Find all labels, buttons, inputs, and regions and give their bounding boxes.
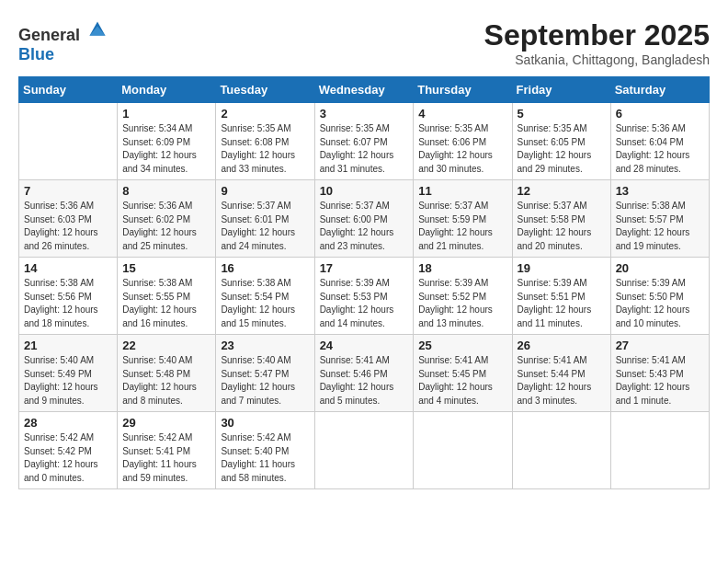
weekday-header-thursday: Thursday — [414, 77, 512, 103]
month-title: September 2025 — [484, 18, 710, 52]
calendar-cell: 18Sunrise: 5:39 AM Sunset: 5:52 PM Dayli… — [414, 258, 512, 335]
day-number: 19 — [518, 261, 606, 275]
day-info: Sunrise: 5:35 AM Sunset: 6:06 PM Dayligh… — [418, 122, 506, 176]
day-info: Sunrise: 5:40 AM Sunset: 5:49 PM Dayligh… — [24, 354, 112, 408]
day-number: 4 — [418, 107, 506, 121]
day-number: 10 — [320, 184, 409, 198]
calendar-cell — [414, 412, 512, 489]
day-info: Sunrise: 5:38 AM Sunset: 5:54 PM Dayligh… — [221, 277, 309, 330]
day-info: Sunrise: 5:42 AM Sunset: 5:40 PM Dayligh… — [221, 431, 309, 485]
calendar-cell: 3Sunrise: 5:35 AM Sunset: 6:07 PM Daylig… — [314, 103, 414, 180]
day-number: 21 — [24, 339, 112, 352]
calendar-cell — [314, 412, 414, 489]
weekday-header-row: SundayMondayTuesdayWednesdayThursdayFrid… — [19, 77, 710, 103]
calendar-cell: 9Sunrise: 5:37 AM Sunset: 6:01 PM Daylig… — [216, 180, 314, 258]
day-info: Sunrise: 5:36 AM Sunset: 6:03 PM Dayligh… — [24, 200, 112, 253]
calendar-cell: 23Sunrise: 5:40 AM Sunset: 5:47 PM Dayli… — [216, 335, 314, 412]
day-info: Sunrise: 5:38 AM Sunset: 5:55 PM Dayligh… — [122, 277, 210, 330]
logo-text: General Blue — [18, 18, 108, 64]
calendar-cell: 28Sunrise: 5:42 AM Sunset: 5:42 PM Dayli… — [19, 412, 118, 489]
calendar-cell: 25Sunrise: 5:41 AM Sunset: 5:45 PM Dayli… — [414, 335, 512, 412]
day-info: Sunrise: 5:37 AM Sunset: 5:59 PM Dayligh… — [418, 200, 506, 253]
weekday-header-wednesday: Wednesday — [314, 77, 414, 103]
day-number: 14 — [24, 261, 112, 275]
day-info: Sunrise: 5:41 AM Sunset: 5:43 PM Dayligh… — [616, 354, 704, 408]
title-area: September 2025 Satkania, Chittagong, Ban… — [484, 18, 710, 67]
weekday-header-sunday: Sunday — [19, 77, 118, 103]
logo-general: General — [18, 26, 80, 44]
day-number: 18 — [418, 261, 506, 275]
calendar-cell: 30Sunrise: 5:42 AM Sunset: 5:40 PM Dayli… — [216, 412, 314, 489]
calendar-cell: 16Sunrise: 5:38 AM Sunset: 5:54 PM Dayli… — [216, 258, 314, 335]
day-info: Sunrise: 5:36 AM Sunset: 6:02 PM Dayligh… — [122, 200, 210, 253]
day-info: Sunrise: 5:42 AM Sunset: 5:41 PM Dayligh… — [122, 431, 210, 485]
day-info: Sunrise: 5:35 AM Sunset: 6:05 PM Dayligh… — [518, 122, 606, 176]
calendar-cell: 21Sunrise: 5:40 AM Sunset: 5:49 PM Dayli… — [19, 335, 118, 412]
day-number: 5 — [518, 107, 606, 121]
day-number: 27 — [616, 339, 704, 352]
day-number: 26 — [518, 339, 606, 352]
day-number: 15 — [122, 261, 210, 275]
calendar-cell: 29Sunrise: 5:42 AM Sunset: 5:41 PM Dayli… — [118, 412, 216, 489]
day-info: Sunrise: 5:40 AM Sunset: 5:48 PM Dayligh… — [122, 354, 210, 408]
calendar-cell: 13Sunrise: 5:38 AM Sunset: 5:57 PM Dayli… — [610, 180, 709, 258]
day-number: 1 — [122, 107, 210, 121]
day-number: 17 — [320, 261, 409, 275]
day-info: Sunrise: 5:37 AM Sunset: 5:58 PM Dayligh… — [518, 200, 606, 253]
day-info: Sunrise: 5:36 AM Sunset: 6:04 PM Dayligh… — [616, 122, 704, 176]
calendar-cell: 27Sunrise: 5:41 AM Sunset: 5:43 PM Dayli… — [610, 335, 709, 412]
logo: General Blue — [18, 18, 108, 64]
day-number: 22 — [122, 339, 210, 352]
day-number: 13 — [616, 184, 704, 198]
calendar-cell: 22Sunrise: 5:40 AM Sunset: 5:48 PM Dayli… — [118, 335, 216, 412]
calendar-cell: 6Sunrise: 5:36 AM Sunset: 6:04 PM Daylig… — [610, 103, 709, 180]
calendar-cell — [512, 412, 610, 489]
day-number: 29 — [122, 416, 210, 430]
calendar-cell: 11Sunrise: 5:37 AM Sunset: 5:59 PM Dayli… — [414, 180, 512, 258]
calendar-cell: 5Sunrise: 5:35 AM Sunset: 6:05 PM Daylig… — [512, 103, 610, 180]
day-info: Sunrise: 5:39 AM Sunset: 5:51 PM Dayligh… — [518, 277, 606, 330]
calendar-cell: 10Sunrise: 5:37 AM Sunset: 6:00 PM Dayli… — [314, 180, 414, 258]
weekday-header-monday: Monday — [118, 77, 216, 103]
day-info: Sunrise: 5:39 AM Sunset: 5:50 PM Dayligh… — [616, 277, 704, 330]
day-info: Sunrise: 5:38 AM Sunset: 5:56 PM Dayligh… — [24, 277, 112, 330]
day-number: 6 — [616, 107, 704, 121]
weekday-header-friday: Friday — [512, 77, 610, 103]
day-info: Sunrise: 5:39 AM Sunset: 5:52 PM Dayligh… — [418, 277, 506, 330]
calendar-cell: 19Sunrise: 5:39 AM Sunset: 5:51 PM Dayli… — [512, 258, 610, 335]
header: General Blue September 2025 Satkania, Ch… — [18, 18, 710, 67]
calendar-week-row: 7Sunrise: 5:36 AM Sunset: 6:03 PM Daylig… — [19, 180, 710, 258]
day-info: Sunrise: 5:41 AM Sunset: 5:46 PM Dayligh… — [320, 354, 409, 408]
day-info: Sunrise: 5:34 AM Sunset: 6:09 PM Dayligh… — [122, 122, 210, 176]
subtitle: Satkania, Chittagong, Bangladesh — [484, 52, 710, 67]
weekday-header-saturday: Saturday — [610, 77, 709, 103]
day-number: 23 — [221, 339, 309, 352]
day-info: Sunrise: 5:35 AM Sunset: 6:08 PM Dayligh… — [221, 122, 309, 176]
calendar-cell — [19, 103, 118, 180]
calendar-cell: 8Sunrise: 5:36 AM Sunset: 6:02 PM Daylig… — [118, 180, 216, 258]
calendar-week-row: 28Sunrise: 5:42 AM Sunset: 5:42 PM Dayli… — [19, 412, 710, 489]
calendar-table: SundayMondayTuesdayWednesdayThursdayFrid… — [18, 76, 710, 489]
day-number: 28 — [24, 416, 112, 430]
day-number: 7 — [24, 184, 112, 198]
calendar-cell: 14Sunrise: 5:38 AM Sunset: 5:56 PM Dayli… — [19, 258, 118, 335]
calendar-cell: 17Sunrise: 5:39 AM Sunset: 5:53 PM Dayli… — [314, 258, 414, 335]
calendar-cell: 7Sunrise: 5:36 AM Sunset: 6:03 PM Daylig… — [19, 180, 118, 258]
day-number: 9 — [221, 184, 309, 198]
day-number: 12 — [518, 184, 606, 198]
day-info: Sunrise: 5:41 AM Sunset: 5:45 PM Dayligh… — [418, 354, 506, 408]
calendar-cell: 4Sunrise: 5:35 AM Sunset: 6:06 PM Daylig… — [414, 103, 512, 180]
day-info: Sunrise: 5:38 AM Sunset: 5:57 PM Dayligh… — [616, 200, 704, 253]
day-number: 24 — [320, 339, 409, 352]
day-info: Sunrise: 5:37 AM Sunset: 6:00 PM Dayligh… — [320, 200, 409, 253]
day-number: 3 — [320, 107, 409, 121]
calendar-week-row: 14Sunrise: 5:38 AM Sunset: 5:56 PM Dayli… — [19, 258, 710, 335]
day-number: 16 — [221, 261, 309, 275]
calendar-week-row: 1Sunrise: 5:34 AM Sunset: 6:09 PM Daylig… — [19, 103, 710, 180]
calendar-cell: 26Sunrise: 5:41 AM Sunset: 5:44 PM Dayli… — [512, 335, 610, 412]
calendar-cell: 1Sunrise: 5:34 AM Sunset: 6:09 PM Daylig… — [118, 103, 216, 180]
day-number: 25 — [418, 339, 506, 352]
day-number: 20 — [616, 261, 704, 275]
calendar-cell: 20Sunrise: 5:39 AM Sunset: 5:50 PM Dayli… — [610, 258, 709, 335]
svg-marker-1 — [89, 27, 105, 36]
